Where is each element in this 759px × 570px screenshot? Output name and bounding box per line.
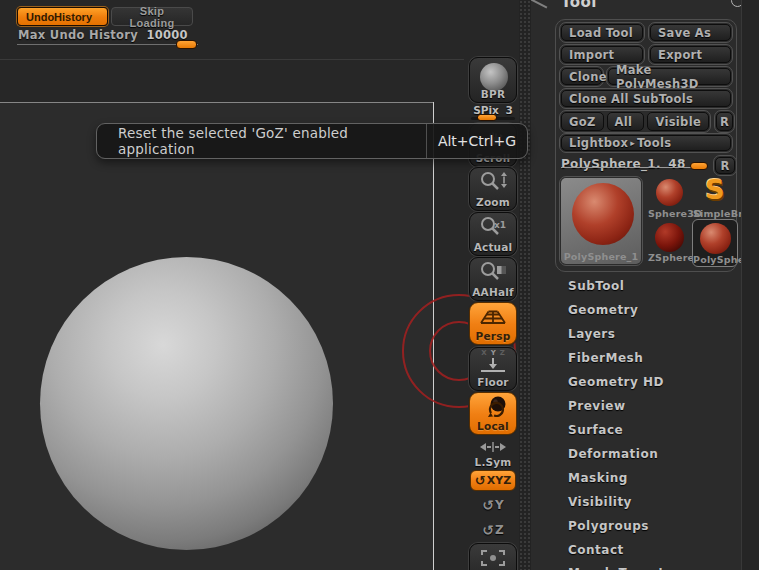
rotate-xyz-button[interactable]: ↺ XYZ xyxy=(470,470,516,491)
section-layers[interactable]: Layers xyxy=(568,327,615,341)
thumbnail-polysphere-selected[interactable]: PolySphe xyxy=(692,219,738,267)
section-geometry-hd[interactable]: Geometry HD xyxy=(568,375,664,389)
clone-all-subtools-label: Clone All SubTools xyxy=(561,90,731,107)
zoom-icon xyxy=(478,170,508,197)
floor-label: Floor xyxy=(477,377,508,388)
save-as-label: Save As xyxy=(650,24,731,41)
persp-label: Persp xyxy=(476,331,511,342)
polysphere-model[interactable] xyxy=(40,257,333,550)
lightbox-tools-label: Lightbox ▸ Tools xyxy=(561,135,731,151)
make-polymesh3d-button[interactable]: Make PolyMesh3D xyxy=(606,66,733,87)
active-tool-slider-handle[interactable] xyxy=(690,162,708,170)
shelf-divider xyxy=(0,59,464,60)
floor-axis-x[interactable]: X xyxy=(481,350,486,357)
simplebrush-caption: SimpleBru xyxy=(693,208,737,219)
rotate-z-button[interactable]: ↺ Z xyxy=(470,519,516,541)
undo-history-button[interactable]: UndoHistory xyxy=(17,7,108,26)
section-fibermesh[interactable]: FiberMesh xyxy=(568,351,643,365)
rotate-xyz-label: XYZ xyxy=(487,474,511,487)
actual-button[interactable]: x1 Actual xyxy=(469,212,517,256)
local-button[interactable]: Local xyxy=(469,392,517,435)
zbrush-window: UndoHistory Skip Loading Max Undo Histor… xyxy=(0,0,759,570)
panel-scroll-gutter[interactable] xyxy=(742,0,759,570)
restore-config-label: R xyxy=(715,157,735,174)
restore-config-button[interactable]: R xyxy=(713,155,737,176)
thumbnail-zsphere[interactable]: ZSphere xyxy=(648,221,690,265)
slider-track xyxy=(17,44,198,45)
undo-history-label: UndoHistory xyxy=(26,11,92,23)
frame-icon xyxy=(480,549,506,570)
active-thumbnail-sphere xyxy=(572,183,634,245)
import-label: Import xyxy=(561,46,643,63)
active-tool-name: PolySphere_1. 48 xyxy=(561,157,686,171)
polysphere-icon xyxy=(700,223,731,254)
section-morph-target[interactable]: Morph Target xyxy=(568,566,665,570)
slider-handle[interactable] xyxy=(176,40,197,49)
persp-button[interactable]: Persp xyxy=(469,302,517,345)
thumbnail-sphere3d[interactable]: Sphere3D xyxy=(648,177,690,219)
simplebrush-icon: S xyxy=(693,174,737,205)
zsphere-icon xyxy=(655,223,684,252)
palette-search-icon xyxy=(529,0,548,8)
rotate-z-label: Z xyxy=(495,523,504,537)
rotate-icon: ↺ xyxy=(482,497,494,513)
section-polygroups[interactable]: Polygroups xyxy=(568,519,649,533)
zoom-label: Zoom xyxy=(476,197,510,208)
save-as-button[interactable]: Save As xyxy=(648,22,733,43)
bpr-button[interactable]: BPR xyxy=(469,57,517,103)
section-surface[interactable]: Surface xyxy=(568,423,623,437)
frame-button[interactable]: Frame xyxy=(469,543,517,570)
zoom-button[interactable]: Zoom xyxy=(469,167,517,211)
goz-button-row: GoZ All Visible xyxy=(559,110,711,133)
goz-visible-button[interactable]: Visible xyxy=(647,112,709,131)
document-canvas[interactable] xyxy=(0,103,433,570)
clone-label: Clone xyxy=(561,68,602,85)
section-geometry[interactable]: Geometry xyxy=(568,303,638,317)
clone-all-subtools-button[interactable]: Clone All SubTools xyxy=(559,88,733,109)
bpr-render-icon xyxy=(480,63,508,91)
floor-axis-y[interactable]: Y xyxy=(491,350,496,357)
goz-all-button[interactable]: All xyxy=(607,112,645,131)
sphere3d-icon xyxy=(656,179,683,206)
aahalf-button[interactable]: AAHalf xyxy=(469,257,517,301)
lsym-button[interactable]: L.Sym xyxy=(469,440,517,468)
max-undo-history-slider[interactable] xyxy=(17,38,198,50)
section-masking[interactable]: Masking xyxy=(568,471,628,485)
spix-slider-handle[interactable] xyxy=(477,114,497,121)
floor-button[interactable]: X Y Z Floor xyxy=(469,347,517,391)
aahalf-icon xyxy=(478,260,508,287)
skip-loading-label: Skip Loading xyxy=(120,5,184,29)
tool-palette: Tool Load Tool Save As Import Export Clo… xyxy=(531,0,759,570)
palette-title: Tool xyxy=(561,0,597,11)
canvas-right-border xyxy=(433,102,434,570)
floor-axes: X Y Z xyxy=(481,350,505,357)
canvas-top-border xyxy=(0,102,434,103)
sphere3d-caption: Sphere3D xyxy=(648,208,690,219)
section-deformation[interactable]: Deformation xyxy=(568,447,658,461)
goz-r-button[interactable]: R xyxy=(714,110,735,133)
active-tool-thumbnail[interactable]: PolySphere_1 xyxy=(559,176,643,266)
load-tool-label: Load Tool xyxy=(561,24,643,41)
thumbnail-simplebrush[interactable]: S SimpleBru xyxy=(693,177,737,219)
goz-button[interactable]: GoZ xyxy=(561,112,604,131)
clone-button[interactable]: Clone xyxy=(559,66,604,87)
panel-divider[interactable] xyxy=(519,0,531,570)
section-contact[interactable]: Contact xyxy=(568,543,624,557)
rotate-y-button[interactable]: ↺ Y xyxy=(470,494,516,516)
section-subtool[interactable]: SubTool xyxy=(568,279,624,293)
local-label: Local xyxy=(477,421,509,432)
goz-r-label: R xyxy=(716,112,733,131)
make-polymesh3d-label: Make PolyMesh3D xyxy=(608,68,731,85)
floor-axis-z[interactable]: Z xyxy=(500,350,505,357)
lightbox-tools-button[interactable]: Lightbox ▸ Tools xyxy=(559,133,733,153)
active-tool-slider[interactable]: PolySphere_1. 48 xyxy=(561,153,711,171)
section-preview[interactable]: Preview xyxy=(568,399,626,413)
section-visibility[interactable]: Visibility xyxy=(568,495,632,509)
aahalf-label: AAHalf xyxy=(472,287,514,298)
spix-slider[interactable] xyxy=(471,113,515,123)
bpr-label: BPR xyxy=(481,89,505,100)
load-tool-button[interactable]: Load Tool xyxy=(559,22,645,43)
skip-loading-button[interactable]: Skip Loading xyxy=(111,7,193,26)
floor-grid-icon xyxy=(480,358,506,377)
rotate-icon: ↺ xyxy=(475,473,486,488)
